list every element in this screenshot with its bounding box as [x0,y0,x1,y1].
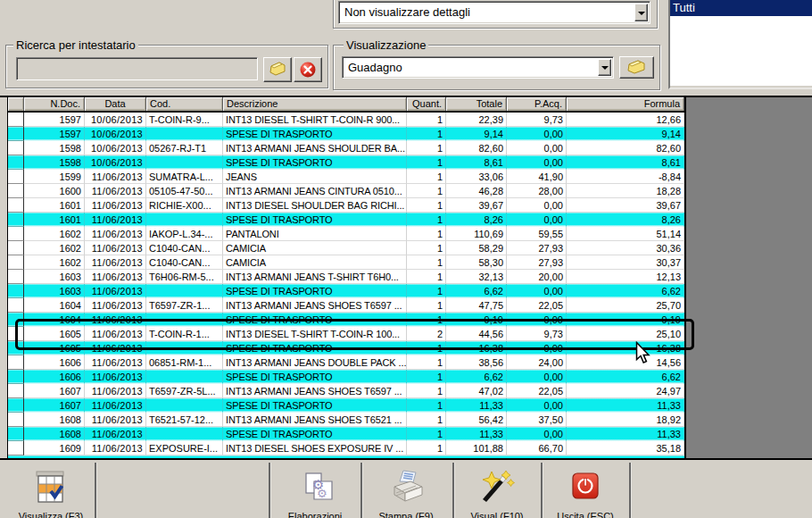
svg-text:⚙: ⚙ [317,487,327,500]
